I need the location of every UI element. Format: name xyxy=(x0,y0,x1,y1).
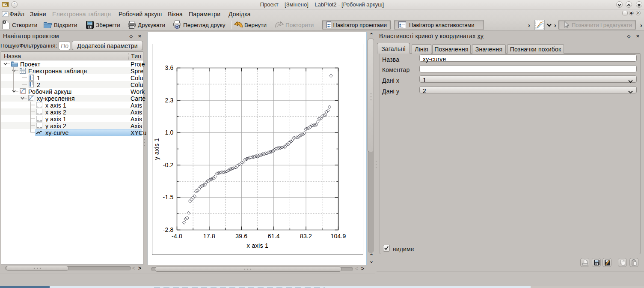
svg-text:83.2: 83.2 xyxy=(300,233,312,240)
svg-text:61.4: 61.4 xyxy=(268,233,280,240)
svg-text:x axis 1: x axis 1 xyxy=(247,242,269,249)
svg-text:1.0: 1.0 xyxy=(165,129,173,136)
svg-text:-2.8: -2.8 xyxy=(163,226,174,233)
svg-text:-1.5: -1.5 xyxy=(163,194,174,201)
svg-text:-4.0: -4.0 xyxy=(172,233,182,240)
svg-text:-0.2: -0.2 xyxy=(163,162,174,168)
svg-text:17.8: 17.8 xyxy=(203,233,215,240)
svg-text:3.6: 3.6 xyxy=(165,64,173,71)
svg-text:104.9: 104.9 xyxy=(330,233,346,240)
svg-text:39.6: 39.6 xyxy=(235,233,247,240)
svg-text:2.3: 2.3 xyxy=(165,97,173,104)
svg-text:y axis 1: y axis 1 xyxy=(153,138,160,160)
